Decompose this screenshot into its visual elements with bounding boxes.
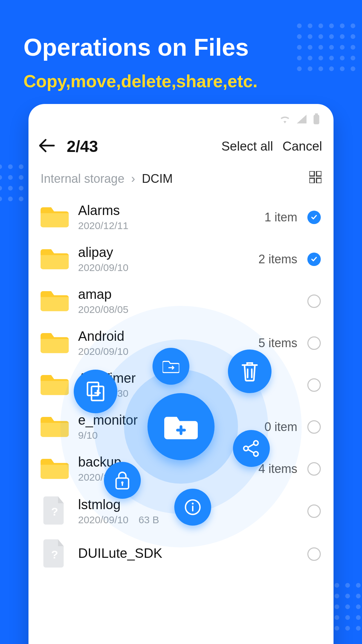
svg-rect-5 (316, 178, 321, 183)
item-count: 2 items (258, 252, 297, 266)
check-icon (307, 253, 321, 266)
grid-view-icon (309, 171, 321, 183)
unchecked-icon (307, 504, 321, 518)
copy-plus-icon (85, 381, 106, 401)
file-icon: ? (41, 539, 69, 569)
promo-subtitle: Copy,move,delete,share,etc. (23, 71, 362, 91)
item-checkbox[interactable] (307, 462, 321, 476)
svg-text:?: ? (51, 505, 58, 518)
item-checkbox[interactable] (307, 211, 321, 224)
item-checkbox[interactable] (307, 420, 321, 434)
item-name: Alarms (78, 203, 255, 218)
item-checkbox[interactable] (307, 336, 321, 350)
item-checkbox[interactable] (307, 294, 321, 308)
item-date: 2020/08/05 (78, 304, 128, 315)
move-button[interactable] (153, 348, 189, 385)
svg-rect-3 (316, 171, 321, 176)
lock-icon (114, 471, 131, 490)
item-date: 2020/12/11 (78, 220, 128, 231)
list-item[interactable]: alipay2020/09/102 items (28, 238, 334, 280)
back-button[interactable] (37, 136, 57, 156)
unchecked-icon (307, 378, 321, 392)
folder-plus-icon (164, 413, 198, 441)
selection-counter: 2/43 (67, 137, 212, 156)
item-checkbox[interactable] (307, 547, 321, 561)
copy-button[interactable] (74, 370, 117, 413)
unchecked-icon (307, 420, 321, 434)
select-all-button[interactable]: Select all (222, 139, 273, 154)
share-icon (242, 439, 260, 458)
back-arrow-icon (39, 139, 55, 152)
decorative-dots (0, 164, 23, 201)
item-name: DUILute_SDK (78, 546, 288, 561)
status-bar (28, 104, 334, 128)
unchecked-icon (307, 336, 321, 350)
item-checkbox[interactable] (307, 504, 321, 518)
item-checkbox[interactable] (307, 378, 321, 392)
folder-icon (41, 288, 69, 314)
svg-rect-0 (314, 115, 319, 124)
share-button[interactable] (233, 430, 270, 467)
svg-rect-2 (309, 171, 314, 176)
folder-icon (41, 205, 69, 230)
svg-point-16 (192, 503, 193, 504)
svg-point-12 (254, 451, 258, 456)
new-folder-button[interactable] (147, 393, 215, 460)
unchecked-icon (307, 462, 321, 476)
item-name: amap (78, 287, 288, 302)
item-info: DUILute_SDK (78, 546, 288, 563)
file-icon: ? (41, 496, 69, 526)
unchecked-icon (307, 294, 321, 308)
item-checkbox[interactable] (307, 253, 321, 266)
item-info: Alarms2020/12/11 (78, 203, 255, 231)
decorative-dots (297, 23, 355, 71)
battery-icon (313, 113, 320, 125)
folder-move-icon (163, 359, 179, 373)
trash-icon (240, 361, 259, 382)
info-icon (184, 498, 202, 516)
app-bar: 2/43 Select all Cancel (28, 128, 334, 164)
item-name: alipay (78, 245, 249, 260)
svg-point-11 (244, 446, 248, 451)
lock-button[interactable] (104, 462, 141, 499)
svg-rect-4 (309, 178, 314, 183)
delete-button[interactable] (228, 350, 272, 393)
breadcrumb-leaf[interactable]: DCIM (142, 172, 173, 186)
breadcrumb: Internal storage › DCIM (28, 164, 334, 196)
item-meta: 2020/09/10 (78, 262, 249, 273)
chevron-right-icon: › (131, 172, 135, 186)
item-date: 2020/09/10 (78, 262, 128, 273)
item-meta: 2020/12/11 (78, 220, 255, 231)
folder-icon (41, 456, 69, 482)
breadcrumb-root[interactable]: Internal storage (41, 172, 124, 186)
wifi-icon (279, 115, 291, 123)
folder-icon (41, 247, 69, 272)
item-info: alipay2020/09/10 (78, 245, 249, 273)
info-button[interactable] (174, 489, 211, 526)
folder-icon (41, 330, 69, 356)
svg-text:?: ? (51, 548, 58, 561)
phone-frame: 2/43 Select all Cancel Internal storage … (28, 104, 334, 644)
signal-icon (297, 115, 307, 123)
item-count: 1 item (264, 210, 297, 224)
svg-point-10 (254, 441, 258, 445)
svg-rect-1 (315, 113, 318, 115)
cancel-button[interactable]: Cancel (283, 139, 322, 154)
view-toggle-button[interactable] (309, 171, 321, 186)
unchecked-icon (307, 547, 321, 561)
check-icon (307, 211, 321, 224)
list-item[interactable]: Alarms2020/12/111 item (28, 196, 334, 238)
